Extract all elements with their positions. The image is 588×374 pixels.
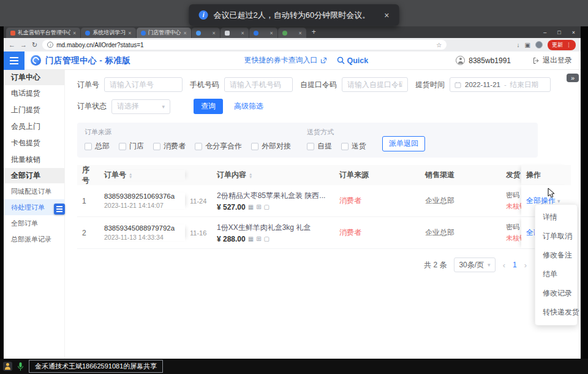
sidebar-item-card-pickup[interactable]: 卡包提货 — [4, 135, 64, 151]
order-status-select[interactable]: 请选择 ▾ — [111, 99, 170, 114]
tab-close-icon[interactable]: × — [270, 30, 273, 36]
start-date-value: 2022-11-21 — [465, 81, 500, 88]
toast-message: 会议已超过2人，自动转为60分钟限时会议。 — [214, 10, 371, 21]
advanced-filter-link[interactable]: 高级筛选 — [234, 101, 263, 112]
checkbox-icon[interactable] — [85, 143, 92, 150]
current-page[interactable]: 1 — [513, 261, 517, 269]
sidebar-item-all-orders[interactable]: 全部订单 — [4, 215, 64, 231]
sidebar-item-hq-dispatch-records[interactable]: 总部派单记录 — [4, 231, 64, 247]
tab-favicon — [141, 31, 146, 36]
tab-other-2[interactable]: × — [221, 28, 249, 38]
checkbox-icon[interactable] — [153, 143, 160, 150]
checkbox-delivery[interactable]: 送货 — [341, 141, 366, 151]
panel-collapse-icon[interactable]: » — [567, 74, 579, 82]
hamburger-menu-button[interactable] — [4, 52, 24, 70]
bookmark-star-icon[interactable]: ☆ — [436, 42, 442, 48]
maximize-button[interactable]: □ — [552, 29, 566, 36]
sidebar-collapse-toggle[interactable] — [54, 204, 65, 215]
kebab-menu-icon[interactable]: ⋮ — [566, 42, 571, 48]
sort-icon[interactable]: ▲▼ — [249, 172, 252, 178]
checkbox-hq[interactable]: 总部 — [85, 141, 110, 151]
tab-store-admin-active[interactable]: 门店管理中心 × — [137, 28, 191, 38]
checkbox-consumer[interactable]: 消费者 — [153, 141, 186, 151]
new-tab-button[interactable]: + — [312, 28, 316, 36]
page-size-select[interactable]: 30条/页 ▾ — [454, 258, 495, 272]
browser-update-button[interactable]: 更新 ⋮ — [548, 40, 576, 50]
extensions-icon[interactable]: ▣ — [525, 42, 530, 48]
cell-pickup-date: 11-24 — [185, 197, 212, 205]
cell-sales-channel: 企业总部 — [420, 196, 506, 206]
sidebar-item-door-pickup[interactable]: 上门提货 — [4, 102, 64, 118]
sidebar-item-phone-pickup[interactable]: 电话提货 — [4, 85, 64, 102]
cell-delivery-clipped: 密码 未核销 — [506, 191, 521, 211]
checkbox-icon[interactable] — [341, 143, 349, 150]
site-info-icon[interactable]: i — [47, 42, 53, 48]
logout-button[interactable]: 退出登录 — [533, 55, 572, 66]
coupon-query-entry-link[interactable]: 更快捷的券卡查询入口 — [244, 55, 327, 66]
minimize-button[interactable]: – — [538, 29, 552, 36]
checkbox-warehouse-share[interactable]: 仓分享合作 — [195, 141, 242, 151]
chevron-down-icon: ▾ — [488, 262, 491, 268]
window-controls: – □ × — [538, 26, 581, 38]
next-page-button[interactable]: › — [524, 261, 527, 270]
close-button[interactable]: × — [567, 29, 581, 36]
microphone-icon — [17, 362, 24, 372]
back-icon[interactable]: ← — [9, 41, 15, 48]
dispatch-return-button[interactable]: 派单退回 — [382, 136, 425, 151]
sidebar-item-batch-verify[interactable]: 批量核销 — [4, 151, 64, 168]
screen-share-status[interactable]: 金禾通技术王斌18662591081的屏幕共享 — [29, 360, 163, 373]
tab-other-4[interactable]: × — [278, 28, 306, 38]
sort-icon[interactable]: ▲▼ — [129, 172, 132, 178]
menu-item-edit-history[interactable]: 修改记录 — [535, 284, 577, 303]
forward-icon[interactable]: → — [20, 41, 27, 48]
tab-close-icon[interactable]: × — [128, 30, 131, 36]
search-button[interactable]: 查询 — [194, 99, 223, 114]
prev-page-button[interactable]: ‹ — [503, 261, 505, 270]
download-icon[interactable]: ↓ — [517, 42, 520, 48]
cell-order-source: 消费者 — [334, 227, 420, 238]
tab-title: 系统培训学习 — [92, 29, 126, 37]
url-bar[interactable]: i md.maboy.cn/AllOrder?status=1 ☆ — [42, 40, 447, 50]
tab-close-icon[interactable]: × — [184, 30, 187, 36]
quick-search-button[interactable]: Quick — [337, 56, 369, 65]
menu-item-express-ship[interactable]: 转快递发货 — [535, 303, 577, 322]
tab-close-icon[interactable]: × — [73, 30, 76, 36]
tab-other-3[interactable]: × — [249, 28, 277, 38]
sidebar-item-city-delivery-orders[interactable]: 同城配送订单 — [4, 183, 64, 199]
browser-tab-bar: 礼盒营销平台管理中心 × 系统培训学习 × 门店管理中心 × × × — [4, 26, 581, 38]
tab-favicon — [225, 31, 230, 36]
menu-item-close-order[interactable]: 结单 — [535, 265, 577, 284]
toast-close-icon[interactable]: × — [384, 10, 389, 20]
tab-training[interactable]: 系统培训学习 × — [81, 28, 135, 38]
phone-input[interactable] — [224, 77, 293, 92]
tab-favicon — [10, 31, 15, 36]
checkbox-icon[interactable] — [251, 143, 258, 150]
tab-gift-platform[interactable]: 礼盒营销平台管理中心 × — [6, 28, 80, 38]
checkbox-self-pickup[interactable]: 自提 — [307, 141, 332, 151]
checkbox-label: 消费者 — [164, 141, 186, 151]
sidebar-item-member-visit[interactable]: 会员上门 — [4, 118, 64, 135]
delivery-status: 密码 — [506, 191, 521, 200]
menu-item-edit-remark[interactable]: 修改备注 — [535, 246, 577, 265]
checkbox-icon[interactable] — [195, 143, 202, 150]
checkbox-icon[interactable] — [119, 143, 126, 150]
tab-other-1[interactable]: × — [192, 28, 220, 38]
reload-icon[interactable]: ↻ — [32, 41, 37, 49]
username[interactable]: 8385wb1991 — [469, 56, 511, 65]
menu-item-details[interactable]: 详情 — [535, 208, 577, 227]
checkbox-store[interactable]: 门店 — [119, 141, 144, 151]
tab-close-icon[interactable]: × — [299, 30, 302, 36]
tab-close-icon[interactable]: × — [241, 30, 244, 36]
order-no-input[interactable] — [104, 77, 183, 92]
tab-close-icon[interactable]: × — [213, 30, 216, 36]
profile-avatar[interactable] — [535, 41, 543, 48]
checkbox-label: 自提 — [317, 141, 332, 151]
checkbox-icon[interactable] — [307, 143, 314, 150]
pickup-time-range-picker[interactable]: 2022-11-21 - 结束日期 — [450, 77, 551, 92]
orders-table: 序号 订单号 ▲▼ 订单内容 ▲▼ 订单来源 销售渠道 发货 — [77, 165, 571, 249]
pickup-code-input[interactable] — [342, 77, 408, 92]
menu-item-cancel-order[interactable]: 订单取消 — [535, 227, 577, 246]
checkbox-external[interactable]: 外部对接 — [251, 141, 291, 151]
sidebar-section-all-orders: 全部订单 — [4, 168, 64, 183]
header-user-area: 8385wb1991 退出登录 — [456, 55, 581, 66]
